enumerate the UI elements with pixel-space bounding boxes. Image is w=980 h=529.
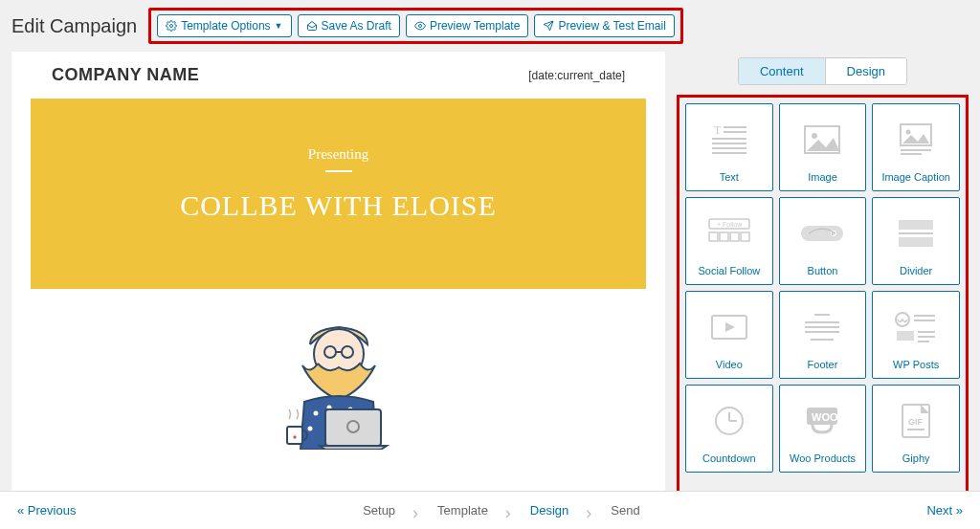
toolbar-highlight: Template Options ▼ Save As Draft Preview… — [148, 8, 683, 44]
svg-rect-37 — [899, 232, 933, 234]
gear-icon — [166, 20, 177, 32]
svg-rect-36 — [899, 220, 933, 230]
svg-point-0 — [170, 25, 173, 28]
envelope-open-icon — [306, 20, 318, 32]
block-label: Social Follow — [698, 265, 760, 276]
svg-rect-45 — [811, 339, 834, 341]
step-send[interactable]: Send — [590, 503, 660, 518]
block-icon — [712, 393, 746, 449]
prev-button[interactable]: « Previous — [17, 503, 76, 518]
paper-plane-icon — [543, 20, 554, 32]
hero-subtext: Presenting — [50, 146, 627, 163]
block-giphy[interactable]: GIFGiphy — [872, 385, 960, 473]
block-label: Footer — [808, 359, 838, 370]
save-draft-button[interactable]: Save As Draft — [298, 14, 400, 37]
svg-rect-33 — [741, 232, 749, 241]
block-social-follow[interactable]: + FollowSocial Follow — [685, 197, 773, 285]
svg-rect-50 — [918, 331, 935, 333]
block-icon — [801, 112, 843, 167]
block-icon: WOO — [803, 393, 841, 449]
block-icon: T — [708, 112, 750, 167]
block-icon — [893, 299, 939, 355]
caret-down-icon: ▼ — [275, 21, 283, 31]
side-panel: Content Design TTextImageImage Caption+ … — [677, 52, 969, 501]
svg-rect-32 — [730, 232, 739, 241]
block-woo-products[interactable]: WOOWoo Products — [779, 385, 867, 473]
svg-text:GIF: GIF — [908, 417, 924, 427]
blocks-highlight: TTextImageImage Caption+ FollowSocial Fo… — [677, 95, 969, 501]
page-title: Edit Campaign — [11, 15, 137, 37]
svg-rect-12 — [325, 409, 381, 446]
eye-icon — [414, 20, 426, 32]
tab-design[interactable]: Design — [825, 58, 906, 84]
block-countdown[interactable]: Countdown — [685, 385, 773, 473]
company-name: COMPANY NAME — [52, 65, 199, 85]
block-label: Countdown — [702, 452, 756, 464]
svg-rect-18 — [712, 138, 746, 140]
block-label: WP Posts — [893, 359, 939, 370]
svg-rect-48 — [914, 320, 935, 321]
svg-rect-49 — [897, 331, 914, 341]
block-wp-posts[interactable]: WP Posts — [872, 291, 960, 379]
email-canvas[interactable]: COMPANY NAME [date:current_date] Present… — [11, 52, 665, 501]
svg-rect-34 — [801, 226, 843, 241]
svg-rect-30 — [709, 232, 718, 241]
step-template[interactable]: Template — [416, 503, 509, 518]
block-icon — [708, 299, 750, 355]
block-image-caption[interactable]: Image Caption — [872, 103, 960, 191]
svg-rect-52 — [918, 341, 929, 342]
svg-rect-31 — [720, 232, 728, 241]
block-icon — [799, 206, 845, 261]
block-divider[interactable]: Divider — [872, 197, 960, 285]
svg-rect-41 — [814, 314, 830, 316]
svg-rect-51 — [918, 336, 935, 338]
svg-point-10 — [307, 427, 312, 431]
svg-rect-17 — [724, 131, 746, 133]
date-placeholder: [date:current_date] — [528, 69, 625, 82]
svg-rect-26 — [901, 149, 931, 151]
svg-point-23 — [812, 133, 817, 139]
side-tabs: Content Design — [738, 57, 907, 85]
block-icon: GIF — [900, 393, 932, 449]
hero-title: COLLBE WITH ELOISE — [50, 189, 627, 222]
svg-rect-20 — [712, 147, 746, 149]
svg-rect-16 — [724, 126, 746, 128]
preview-test-email-button[interactable]: Preview & Test Email — [534, 14, 674, 37]
svg-rect-60 — [907, 429, 924, 430]
template-options-button[interactable]: Template Options ▼ — [157, 14, 291, 37]
block-icon — [895, 206, 937, 261]
block-label: Giphy — [902, 452, 930, 464]
svg-rect-38 — [899, 237, 933, 247]
svg-text:+ Follow: + Follow — [717, 221, 743, 228]
wizard-bar: « Previous SetupTemplateDesignSend Next … — [0, 491, 980, 529]
block-video[interactable]: Video — [685, 291, 773, 379]
block-label: Woo Products — [790, 452, 856, 464]
block-label: Text — [720, 171, 739, 183]
block-label: Button — [808, 265, 838, 276]
block-label: Video — [716, 359, 743, 370]
block-button[interactable]: Button — [779, 197, 867, 285]
svg-point-6 — [313, 411, 318, 416]
step-design[interactable]: Design — [509, 503, 590, 518]
next-button[interactable]: Next » — [926, 503, 963, 518]
block-footer[interactable]: Footer — [779, 291, 867, 379]
block-icon: + Follow — [707, 206, 751, 261]
svg-rect-27 — [901, 153, 922, 155]
svg-point-1 — [418, 25, 421, 28]
block-icon — [801, 299, 843, 355]
step-setup[interactable]: Setup — [342, 503, 416, 518]
hero-block[interactable]: Presenting COLLBE WITH ELOISE — [31, 99, 646, 289]
block-label: Image Caption — [881, 171, 950, 183]
svg-rect-42 — [805, 321, 839, 323]
block-label: Divider — [900, 265, 932, 276]
svg-rect-21 — [712, 152, 746, 154]
svg-marker-40 — [725, 322, 735, 332]
tab-content[interactable]: Content — [739, 58, 825, 84]
block-image[interactable]: Image — [779, 103, 867, 191]
hero-illustration — [11, 306, 665, 453]
svg-rect-47 — [914, 315, 935, 317]
svg-text:T: T — [714, 123, 722, 137]
preview-template-button[interactable]: Preview Template — [406, 14, 529, 37]
block-text[interactable]: TText — [685, 103, 773, 191]
block-label: Image — [808, 171, 837, 183]
